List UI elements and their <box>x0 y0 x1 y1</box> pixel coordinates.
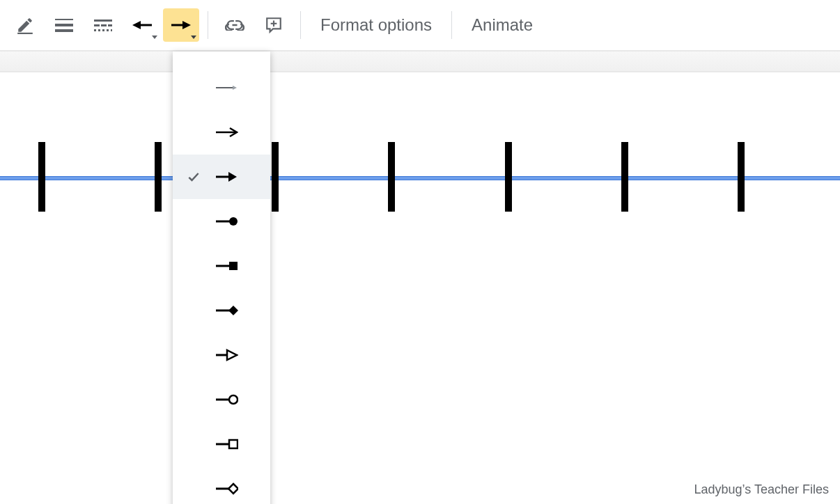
svg-rect-4 <box>94 19 112 22</box>
line-end-option-circle-open[interactable] <box>173 377 270 422</box>
line-color-button[interactable] <box>7 8 43 42</box>
line-end-option-square-open[interactable] <box>173 422 270 466</box>
toolbar-separator <box>451 11 452 39</box>
format-options-label: Format options <box>320 15 432 35</box>
line-dash-icon <box>94 18 112 32</box>
svg-marker-20 <box>233 86 237 90</box>
number-line-tick[interactable] <box>38 142 45 212</box>
watermark: Ladybug’s Teacher Files <box>694 482 829 497</box>
check-icon <box>185 168 202 185</box>
line-end-option-circle-filled[interactable] <box>173 199 270 244</box>
svg-marker-16 <box>182 21 191 29</box>
line-end-option-arrow-thin[interactable] <box>173 110 270 155</box>
number-line-tick[interactable] <box>621 142 628 212</box>
insert-link-button[interactable] <box>217 8 253 42</box>
line-dash-button[interactable] <box>85 8 121 42</box>
circle-filled-icon <box>215 213 238 230</box>
arrow-open-icon <box>215 347 238 363</box>
svg-rect-35 <box>229 440 238 448</box>
line-end-button[interactable] <box>163 8 199 42</box>
svg-rect-27 <box>229 262 238 270</box>
line-end-option-square-filled[interactable] <box>173 244 270 288</box>
number-line-tick[interactable] <box>388 142 395 212</box>
toolbar-separator <box>208 11 208 39</box>
svg-rect-2 <box>55 24 73 26</box>
number-line-tick[interactable] <box>505 142 512 212</box>
line-end-option-arrow-filled[interactable] <box>173 155 270 199</box>
line-weight-button[interactable] <box>46 8 82 42</box>
comment-plus-icon <box>265 16 283 34</box>
number-line-tick[interactable] <box>738 142 745 212</box>
line-end-dropdown <box>173 52 270 504</box>
number-line-tick[interactable] <box>272 142 279 212</box>
ruler <box>0 52 840 72</box>
canvas[interactable]: Ladybug’s Teacher Files <box>0 72 840 504</box>
arrow-thin-icon <box>215 124 238 141</box>
format-options-button[interactable]: Format options <box>308 8 444 42</box>
line-end-option-diamond-filled[interactable] <box>173 288 270 333</box>
none-icon <box>215 79 238 96</box>
arrow-left-icon <box>132 19 152 31</box>
chevron-down-icon <box>152 36 157 39</box>
svg-rect-10 <box>102 29 104 31</box>
svg-rect-5 <box>94 24 100 26</box>
square-filled-icon <box>215 258 238 274</box>
svg-point-33 <box>229 395 238 404</box>
svg-marker-23 <box>228 172 237 182</box>
line-start-button[interactable] <box>124 8 160 42</box>
number-line-tick[interactable] <box>155 142 162 212</box>
add-comment-button[interactable] <box>256 8 292 42</box>
svg-rect-1 <box>55 19 73 20</box>
line-end-option-none[interactable] <box>173 65 270 110</box>
diamond-open-icon <box>215 480 238 497</box>
svg-rect-8 <box>94 29 96 31</box>
line-end-option-arrow-open[interactable] <box>173 333 270 377</box>
toolbar-separator <box>300 11 301 39</box>
link-icon <box>225 19 244 31</box>
svg-rect-9 <box>98 29 100 31</box>
number-line[interactable] <box>0 177 840 180</box>
arrow-right-icon <box>171 19 191 31</box>
pencil-icon <box>16 16 34 34</box>
svg-marker-29 <box>228 306 238 315</box>
square-open-icon <box>215 436 238 452</box>
svg-rect-7 <box>108 24 112 26</box>
svg-rect-6 <box>101 24 107 26</box>
svg-rect-3 <box>55 29 73 32</box>
svg-rect-12 <box>111 29 112 31</box>
toolbar: Format options Animate <box>0 0 840 52</box>
chevron-down-icon <box>191 36 196 39</box>
svg-marker-31 <box>227 350 237 360</box>
animate-button[interactable]: Animate <box>459 8 545 42</box>
animate-label: Animate <box>472 15 533 35</box>
svg-marker-37 <box>228 484 238 494</box>
svg-marker-14 <box>132 21 141 29</box>
line-end-option-diamond-open[interactable] <box>173 466 270 504</box>
line-weight-icon <box>55 18 73 32</box>
diamond-filled-icon <box>215 302 238 319</box>
svg-point-25 <box>229 217 238 226</box>
svg-rect-11 <box>107 29 109 31</box>
arrow-filled-icon <box>215 168 238 185</box>
circle-open-icon <box>215 391 238 408</box>
svg-rect-0 <box>17 33 33 34</box>
